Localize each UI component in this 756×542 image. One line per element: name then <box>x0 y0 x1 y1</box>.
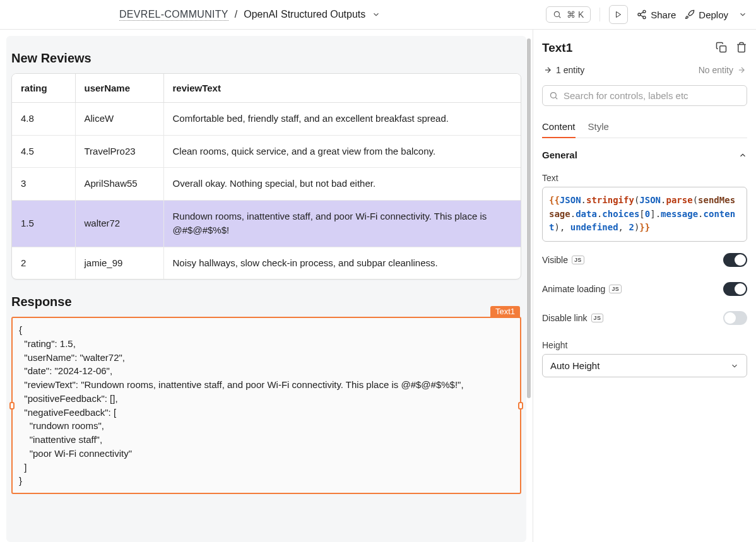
chevron-down-icon <box>730 362 739 370</box>
cell-userName: jamie_99 <box>75 247 163 279</box>
js-badge[interactable]: JS <box>572 256 584 264</box>
chevron-up-icon <box>738 151 747 160</box>
search-icon <box>553 10 562 19</box>
response-body: { "rating": 1.5, "userName": "walter72",… <box>13 318 520 493</box>
entity-next[interactable]: No entity <box>699 65 746 75</box>
breadcrumb-app[interactable]: OpenAI Structured Outputs <box>244 9 365 20</box>
arrow-right-icon <box>737 66 746 74</box>
animate-loading-label: Animate loading <box>542 284 605 294</box>
share-label: Share <box>651 9 676 20</box>
column-header-rating[interactable]: rating <box>12 74 75 103</box>
rocket-icon <box>685 9 695 20</box>
copy-icon[interactable] <box>716 42 727 55</box>
cell-reviewText: Noisy hallways, slow check-in process, a… <box>163 247 521 279</box>
breadcrumb-workspace[interactable]: DEVREL-COMMUNITY <box>119 9 228 21</box>
svg-line-12 <box>555 97 557 99</box>
response-title: Response <box>11 295 521 309</box>
share-icon <box>637 9 647 20</box>
arrow-right-icon <box>543 66 552 74</box>
svg-point-0 <box>554 11 559 16</box>
table-row[interactable]: 4.5TravelPro23Clean rooms, quick service… <box>12 135 521 168</box>
chevron-down-icon[interactable] <box>372 10 381 19</box>
resize-handle-left[interactable] <box>9 402 15 409</box>
command-palette-button[interactable]: ⌘ K <box>546 6 591 23</box>
reviews-table: ratinguserNamereviewText 4.8AliceWComfor… <box>11 73 521 280</box>
panel-title: Text1 <box>542 41 572 55</box>
preview-button[interactable] <box>609 5 628 24</box>
visible-label: Visible <box>542 255 568 265</box>
trash-icon[interactable] <box>736 42 747 55</box>
svg-line-7 <box>641 12 644 14</box>
svg-point-3 <box>643 10 646 13</box>
share-button[interactable]: Share <box>637 9 676 20</box>
cell-reviewText: Clean rooms, quick service, and a great … <box>163 135 521 168</box>
cell-rating: 4.5 <box>12 135 75 168</box>
scrollbar-thumb[interactable] <box>527 38 531 398</box>
resize-handle-right[interactable] <box>518 402 523 409</box>
general-section-header[interactable]: General <box>542 146 747 162</box>
cell-userName: AprilShaw55 <box>75 168 163 201</box>
cell-userName: walter72 <box>75 200 163 247</box>
animate-loading-toggle[interactable] <box>723 282 747 296</box>
breadcrumb-separator: / <box>235 9 237 20</box>
search-icon <box>549 91 558 100</box>
disable-link-label: Disable link <box>542 313 588 323</box>
cell-rating: 2 <box>12 247 75 279</box>
properties-panel: Text1 1 entity No entity <box>533 30 756 542</box>
table-row[interactable]: 3AprilShaw55Overall okay. Nothing specia… <box>12 168 521 201</box>
column-header-reviewText[interactable]: reviewText <box>163 74 521 103</box>
height-select[interactable]: Auto Height <box>542 354 747 377</box>
top-bar: DEVREL-COMMUNITY / OpenAI Structured Out… <box>0 0 756 30</box>
reviews-title: New Reviews <box>11 51 521 66</box>
panel-search[interactable] <box>542 85 747 106</box>
chevron-down-icon <box>738 10 747 19</box>
entity-prev[interactable]: 1 entity <box>543 65 584 75</box>
svg-point-11 <box>551 93 557 98</box>
entity-right-label: No entity <box>699 65 733 75</box>
svg-line-6 <box>641 15 644 17</box>
svg-point-5 <box>643 16 646 19</box>
cell-rating: 3 <box>12 168 75 201</box>
deploy-label: Deploy <box>699 9 728 20</box>
height-value: Auto Height <box>550 360 599 371</box>
general-label: General <box>542 150 577 160</box>
canvas[interactable]: New Reviews ratinguserNamereviewText 4.8… <box>6 36 526 542</box>
divider <box>599 8 600 21</box>
entity-left-label: 1 entity <box>556 65 584 75</box>
disable-link-toggle[interactable] <box>723 311 747 325</box>
scrollbar[interactable] <box>526 30 533 542</box>
text-property-label: Text <box>542 173 747 183</box>
component-badge: Text1 <box>490 306 520 317</box>
cell-userName: TravelPro23 <box>75 135 163 168</box>
play-icon <box>615 11 622 18</box>
height-label: Height <box>542 340 747 350</box>
cell-reviewText: Rundown rooms, inattentive staff, and po… <box>163 200 521 247</box>
tab-content[interactable]: Content <box>542 116 576 138</box>
svg-line-1 <box>559 16 561 18</box>
svg-point-4 <box>638 13 641 16</box>
response-text-component[interactable]: Text1 { "rating": 1.5, "userName": "walt… <box>11 317 521 494</box>
visible-toggle[interactable] <box>723 253 747 267</box>
table-row[interactable]: 4.8AliceWComfortable bed, friendly staff… <box>12 103 521 136</box>
column-header-userName[interactable]: userName <box>75 74 163 103</box>
cell-userName: AliceW <box>75 103 163 136</box>
svg-marker-2 <box>617 12 621 18</box>
tab-style[interactable]: Style <box>588 116 609 138</box>
cell-reviewText: Comfortable bed, friendly staff, and an … <box>163 103 521 136</box>
shortcut-label: ⌘ K <box>567 9 584 20</box>
table-row[interactable]: 2jamie_99Noisy hallways, slow check-in p… <box>12 247 521 279</box>
breadcrumb: DEVREL-COMMUNITY / OpenAI Structured Out… <box>119 9 381 21</box>
search-input[interactable] <box>564 90 740 101</box>
deploy-button[interactable]: Deploy <box>685 9 747 20</box>
text-property-input[interactable]: {{JSON.stringify(JSON.parse(sendMessage.… <box>542 187 747 242</box>
table-row[interactable]: 1.5walter72Rundown rooms, inattentive st… <box>12 200 521 247</box>
js-badge[interactable]: JS <box>609 285 622 293</box>
cell-rating: 4.8 <box>12 103 75 136</box>
js-badge[interactable]: JS <box>591 314 604 322</box>
cell-reviewText: Overall okay. Nothing special, but not b… <box>163 168 521 201</box>
cell-rating: 1.5 <box>12 200 75 247</box>
svg-rect-8 <box>720 45 726 52</box>
